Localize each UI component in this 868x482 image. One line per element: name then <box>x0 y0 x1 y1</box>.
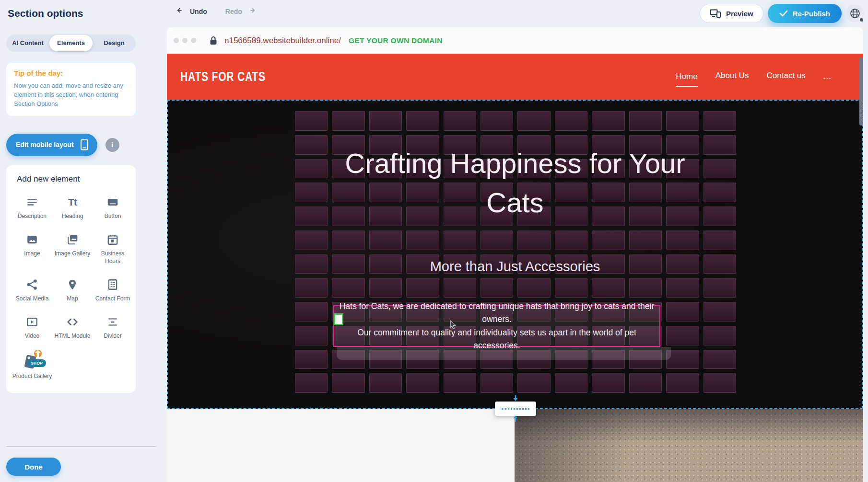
undo-button[interactable]: Undo <box>176 8 207 15</box>
hero-tile <box>481 230 513 250</box>
social-media-icon <box>12 278 52 291</box>
button-icon <box>93 195 133 209</box>
hero-tile <box>666 278 699 298</box>
arrow-up-icon <box>512 414 519 424</box>
heading-icon: Tt <box>52 195 93 209</box>
add-element-label: Video <box>12 332 52 340</box>
hero-tile <box>555 111 587 131</box>
get-domain-link[interactable]: GET YOUR OWN DOMAIN <box>349 36 443 45</box>
nav-contact-us[interactable]: Contact us <box>767 71 806 82</box>
hero-tile <box>444 111 476 131</box>
hero-tile <box>666 111 699 131</box>
selected-paragraph-box[interactable]: Hats for Cats, we are dedicated to craft… <box>333 305 660 347</box>
hero-tile <box>295 350 328 369</box>
hero-tile <box>517 230 550 250</box>
section-resize-handle[interactable] <box>495 402 536 416</box>
add-element-social-media[interactable]: Social Media <box>12 278 52 302</box>
panel-tabs: AI Content Elements Design <box>6 34 136 52</box>
add-element-divider[interactable]: Divider <box>93 315 133 340</box>
hero-subheading[interactable]: More than Just Accessories <box>168 259 862 275</box>
video-icon <box>12 315 52 329</box>
add-element-contact-form[interactable]: Contact Form <box>93 278 133 302</box>
divider-icon <box>93 315 133 329</box>
contact-form-icon <box>93 278 133 291</box>
add-element-video[interactable]: Video <box>12 315 52 340</box>
product-gallery-icon: SHOP <box>12 353 52 369</box>
add-element-heading[interactable]: Tt Heading <box>52 195 93 220</box>
tab-design[interactable]: Design <box>93 35 136 51</box>
edit-mobile-layout-button[interactable]: Edit mobile layout <box>6 134 97 156</box>
add-element-html-module[interactable]: HTML Module <box>52 315 93 340</box>
hero-tile <box>704 278 736 298</box>
add-element-business-hours[interactable]: Business Hours <box>93 233 133 265</box>
add-element-product-gallery[interactable]: SHOP Product Gallery <box>12 353 52 380</box>
republish-button[interactable]: Re-Publish <box>768 4 842 23</box>
sidebar-divider <box>6 447 156 447</box>
hero-tile <box>295 302 328 321</box>
hero-tile <box>629 111 662 131</box>
add-element-label: Contact Form <box>93 295 133 302</box>
hero-tile <box>295 326 328 345</box>
nav-about-us[interactable]: About Us <box>716 71 749 82</box>
hero-tile <box>592 111 624 131</box>
add-element-image[interactable]: Image <box>12 233 52 265</box>
image-icon <box>12 233 52 246</box>
mobile-phone-icon <box>80 139 89 150</box>
hero-tile <box>295 278 328 298</box>
hero-tile <box>369 373 402 393</box>
add-element-map[interactable]: Map <box>52 278 93 302</box>
hero-tile <box>666 302 699 321</box>
add-element-label: Button <box>93 212 133 220</box>
site-logo[interactable]: HATS FOR CATS <box>180 69 266 84</box>
hero-heading[interactable]: Crafting Happiness for Your Cats <box>168 144 862 223</box>
tab-elements[interactable]: Elements <box>49 35 93 51</box>
browser-dots <box>174 38 196 43</box>
add-element-title: Add new element <box>17 174 132 184</box>
topbar-actions: Preview Re-Publish <box>700 4 864 23</box>
preview-button[interactable]: Preview <box>700 4 763 23</box>
business-hours-icon <box>93 233 133 246</box>
hero-tile <box>592 278 624 298</box>
app-root: Section options Undo Redo Preview Re-Pub… <box>0 0 868 482</box>
image-gallery-icon <box>52 233 93 246</box>
add-element-button[interactable]: Button <box>93 195 133 220</box>
hero-tile <box>704 350 736 369</box>
page-title: Section options <box>8 8 83 19</box>
canvas-scrollbar-thumb[interactable] <box>859 57 863 126</box>
site-canvas: n1566589.websitebuilder.online/ GET YOUR… <box>167 27 863 482</box>
nav-home[interactable]: Home <box>676 72 697 87</box>
hero-tile <box>517 278 550 298</box>
site-nav: Home About Us Contact us ... <box>676 54 832 100</box>
hero-tile <box>666 350 699 369</box>
hero-tile <box>629 278 662 298</box>
hero-paragraph-line1: Hats for Cats, we are dedicated to craft… <box>334 300 659 326</box>
add-element-label: Heading <box>52 212 93 220</box>
hero-tile <box>481 278 513 298</box>
hero-tile <box>704 373 736 393</box>
undo-icon <box>176 8 186 15</box>
browser-chrome: n1566589.websitebuilder.online/ GET YOUR… <box>167 27 863 54</box>
hero-tile <box>666 326 699 345</box>
add-element-label: Map <box>52 295 93 302</box>
hero-tile <box>592 373 624 393</box>
language-globe-button[interactable] <box>846 4 864 23</box>
mouse-cursor <box>450 320 457 332</box>
hero-tile <box>332 373 364 393</box>
hero-tile <box>704 326 736 345</box>
hero-tile <box>517 373 550 393</box>
add-element-description[interactable]: Description <box>12 195 52 220</box>
hero-tile <box>517 111 550 131</box>
nav-more-button[interactable]: ... <box>823 72 832 81</box>
tab-ai-content[interactable]: AI Content <box>6 35 49 51</box>
info-icon[interactable]: i <box>106 138 119 152</box>
site-url[interactable]: n1566589.websitebuilder.online/ <box>224 36 341 46</box>
add-element-image-gallery[interactable]: Image Gallery <box>52 233 93 265</box>
add-element-label: Divider <box>93 332 133 340</box>
add-element-card: Add new element Description Tt Heading <box>6 165 136 393</box>
redo-button[interactable]: Redo <box>225 8 256 15</box>
hero-tile <box>704 111 736 131</box>
redo-icon <box>246 8 256 15</box>
hero-section[interactable]: Crafting Happiness for Your Cats More th… <box>167 100 863 409</box>
done-button[interactable]: Done <box>6 458 61 476</box>
globe-icon <box>850 8 860 19</box>
